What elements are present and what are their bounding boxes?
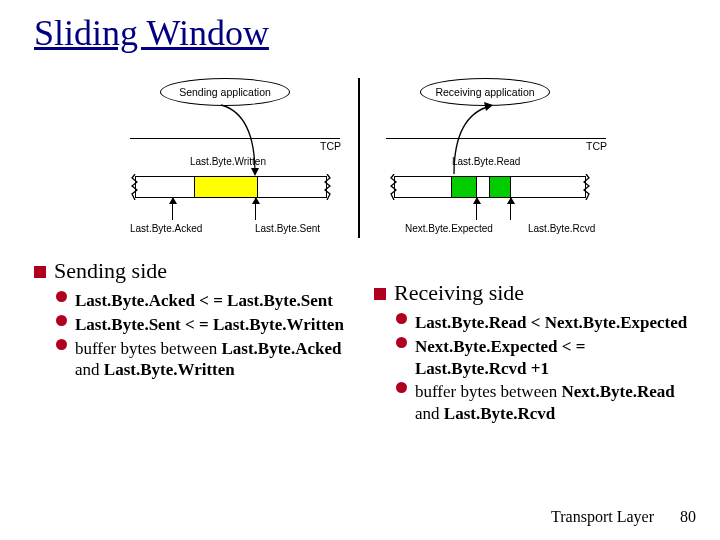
receiving-b1: Last.Byte.Read < Next.Byte.Expected [396, 312, 694, 334]
last-byte-rcvd-label: Last.Byte.Rcvd [528, 223, 595, 234]
arr-acked [172, 198, 173, 220]
sending-b1: Last.Byte.Acked < = Last.Byte.Sent [56, 290, 364, 312]
last-byte-sent-label: Last.Byte.Sent [255, 223, 320, 234]
disc-bullet-icon [56, 339, 67, 350]
zig-l1 [131, 174, 138, 200]
receiving-col: Receiving side Last.Byte.Read < Next.Byt… [364, 258, 694, 427]
sending-b3c: and [75, 360, 104, 379]
sending-b3a: buffer bytes between [75, 339, 217, 358]
slide-title: Sliding Window [0, 0, 720, 54]
receiving-heading: Receiving side [374, 280, 694, 306]
arr-next-exp [476, 198, 477, 220]
last-byte-written-label: Last.Byte.Written [190, 156, 266, 167]
footer-page: 80 [680, 508, 696, 525]
columns: Sending side Last.Byte.Acked < = Last.By… [34, 258, 694, 427]
sending-heading-text: Sending side [54, 258, 167, 283]
receiving-b3: buffer bytes between Next.Byte.Read and … [396, 381, 694, 425]
arr-sent-up [255, 198, 256, 220]
sending-b3: buffer bytes between Last.Byte.Acked and… [56, 338, 364, 382]
receiving-b2: Next.Byte.Expected < = Last.Byte.Rcvd +1 [396, 336, 694, 380]
footer: Transport Layer 80 [551, 508, 696, 526]
zig-r1 [390, 174, 397, 200]
recv-buf-right [510, 176, 586, 198]
square-bullet-icon [34, 266, 46, 278]
last-byte-acked-label: Last.Byte.Acked [130, 223, 202, 234]
disc-bullet-icon [396, 313, 407, 324]
tcp-label-left: TCP [320, 140, 341, 152]
next-byte-expected-label: Next.Byte.Expected [405, 223, 493, 234]
receiving-b3c: and [415, 404, 444, 423]
arr-rcvd [510, 198, 511, 220]
square-bullet-icon [374, 288, 386, 300]
recv-curve-arrow [442, 102, 502, 182]
center-divider [358, 78, 360, 238]
receiving-b3a: buffer bytes between [415, 382, 557, 401]
disc-bullet-icon [396, 382, 407, 393]
sending-b2-text: Last.Byte.Sent < = Last.Byte.Written [75, 315, 344, 334]
disc-bullet-icon [56, 315, 67, 326]
receiving-b2-text: Next.Byte.Expected < = Last.Byte.Rcvd +1 [415, 337, 585, 378]
sending-b3b: Last.Byte.Acked [222, 339, 342, 358]
receiving-b3b: Next.Byte.Read [562, 382, 675, 401]
receiving-b1-text: Last.Byte.Read < Next.Byte.Expected [415, 313, 687, 332]
send-buf-left [135, 176, 195, 198]
send-curve-arrow [215, 102, 275, 182]
sending-b1-text: Last.Byte.Acked < = Last.Byte.Sent [75, 291, 333, 310]
diagram: Sending application TCP Last.Byte.Writte… [130, 78, 620, 248]
tcp-label-right: TCP [586, 140, 607, 152]
disc-bullet-icon [56, 291, 67, 302]
svg-marker-0 [251, 168, 259, 176]
svg-marker-1 [484, 102, 493, 111]
sending-b3d: Last.Byte.Written [104, 360, 235, 379]
zig-l2 [324, 174, 331, 200]
last-byte-read-label: Last.Byte.Read [452, 156, 520, 167]
zig-r2 [583, 174, 590, 200]
sending-b2: Last.Byte.Sent < = Last.Byte.Written [56, 314, 364, 336]
receiving-heading-text: Receiving side [394, 280, 524, 305]
sending-col: Sending side Last.Byte.Acked < = Last.By… [34, 258, 364, 427]
sending-heading: Sending side [34, 258, 364, 284]
disc-bullet-icon [396, 337, 407, 348]
footer-section: Transport Layer [551, 508, 654, 525]
receiving-b3d: Last.Byte.Rcvd [444, 404, 555, 423]
